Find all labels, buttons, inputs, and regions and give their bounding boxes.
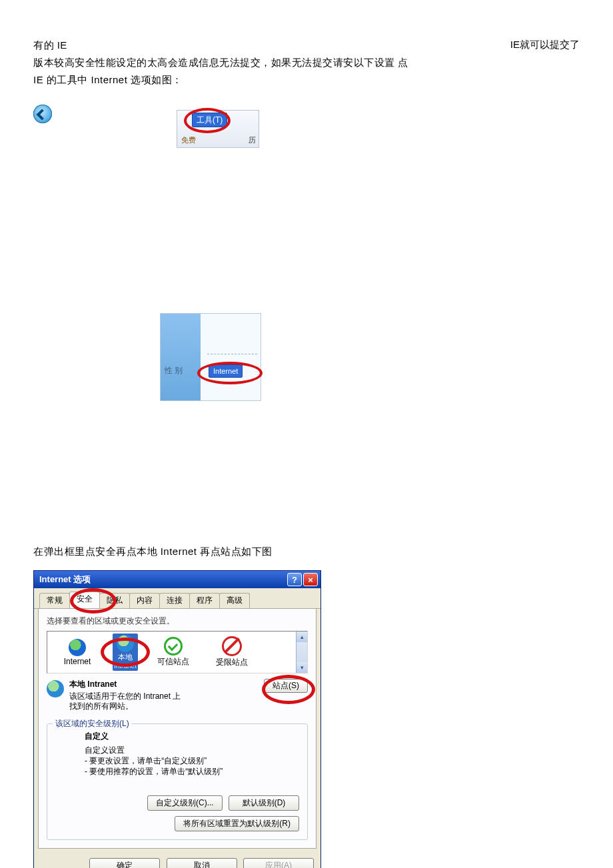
dialog-button-row: 确定 取消 应用(A) — [34, 853, 320, 868]
zone-internet[interactable]: Internet — [54, 639, 101, 666]
intro-line3: IE 的工具中 Internet 选项如图： — [33, 71, 580, 89]
zone-description: 本地 Intranet 该区域适用于在您的 Intranet 上 找到的所有网站… — [47, 679, 308, 711]
level-line3: - 要使用推荐的设置，请单击“默认级别” — [85, 766, 299, 777]
zone-list[interactable]: Internet 本地 Intranet 可信站点 受限站点 ▴ ▾ — [47, 631, 308, 673]
zone-desc-line1: 该区域适用于在您的 Intranet 上 — [69, 691, 308, 701]
level-line1: 自定义设置 — [85, 745, 299, 755]
scroll-up-button[interactable]: ▴ — [297, 632, 307, 642]
tab-programs[interactable]: 程序 — [189, 593, 220, 608]
default-level-button[interactable]: 默认级别(D) — [229, 795, 299, 811]
sites-button[interactable]: 站点(S) — [264, 679, 308, 693]
globe-icon — [69, 639, 86, 656]
dialog-titlebar: Internet 选项 ? × — [34, 571, 320, 588]
tab-advanced[interactable]: 高级 — [219, 593, 250, 608]
local-intranet-icon — [47, 680, 64, 697]
apply-button[interactable]: 应用(A) — [243, 858, 314, 868]
cancel-button[interactable]: 取消 — [167, 858, 237, 868]
zone-internet-label: Internet — [54, 657, 101, 666]
group-legend: 该区域的安全级别(L) — [53, 718, 132, 729]
zone-local-intranet[interactable]: 本地 Intranet — [113, 634, 138, 671]
toolbar-free-label: 免费 — [181, 136, 196, 144]
intro-line2: 版本较高安全性能设定的太高会造成信息无法提交，如果无法提交请安以下设置 点 — [33, 54, 580, 71]
level-line2: - 要更改设置，请单击“自定义级别” — [85, 755, 299, 766]
zone-restricted[interactable]: 受限站点 — [209, 636, 255, 668]
dialog-tabs: 常规 安全 隐私 内容 连接 程序 高级 — [34, 588, 320, 609]
zone-restricted-label: 受限站点 — [209, 657, 255, 668]
zone-local-sublabel: Intranet — [114, 662, 137, 669]
level-title: 自定义 — [85, 731, 299, 742]
zone-desc-line2: 找到的所有网站。 — [69, 701, 308, 711]
titlebar-help-button[interactable]: ? — [287, 573, 302, 586]
toolbar-screenshot: 工具(T) 免费 历 — [177, 110, 259, 148]
zone-scrollbar[interactable]: ▴ ▾ — [296, 632, 307, 673]
tab-general[interactable]: 常规 — [39, 593, 70, 608]
tab-content[interactable]: 内容 — [129, 593, 160, 608]
titlebar-close-button[interactable]: × — [303, 573, 318, 586]
paragraph-2: 在弹出框里点安全再点本地 Internet 再点站点如下图 — [33, 543, 580, 560]
note-right: IE就可以提交了 — [510, 39, 580, 51]
reset-all-button[interactable]: 将所有区域重置为默认级别(R) — [175, 816, 299, 831]
internet-options-dialog: Internet 选项 ? × 常规 安全 隐私 内容 连接 程序 高级 选择要… — [33, 570, 321, 868]
submenu-screenshot: 性 别 Internet — [160, 313, 261, 401]
tab-connections[interactable]: 连接 — [159, 593, 190, 608]
scroll-down-button[interactable]: ▾ — [297, 662, 307, 673]
submenu-left-label: 性 别 — [165, 365, 183, 376]
trusted-icon — [164, 637, 183, 655]
internet-options-menu-item[interactable]: Internet — [209, 364, 243, 378]
ok-button[interactable]: 确定 — [89, 858, 160, 868]
restricted-icon — [222, 636, 242, 656]
custom-level-button[interactable]: 自定义级别(C)... — [147, 795, 223, 811]
tools-menu-button[interactable]: 工具(T) — [192, 113, 227, 127]
dialog-title: Internet 选项 — [39, 574, 91, 586]
zone-trusted-label: 可信站点 — [150, 656, 197, 667]
intro-paragraph: 有的 IE 版本较高安全性能设定的太高会造成信息无法提交，如果无法提交请安以下设… — [33, 37, 580, 89]
intro-line1: 有的 IE — [33, 37, 580, 54]
ie-back-icon — [33, 105, 52, 123]
tab-privacy[interactable]: 隐私 — [99, 593, 130, 608]
tab-panel-security: 选择要查看的区域或更改安全设置。 Internet 本地 Intranet 可信… — [38, 609, 316, 849]
local-intranet-icon — [117, 635, 134, 652]
security-level-group: 该区域的安全级别(L) 自定义 自定义设置 - 要更改设置，请单击“自定义级别”… — [47, 723, 308, 840]
toolbar-history-label: 历 — [249, 133, 256, 147]
zone-instruction: 选择要查看的区域或更改安全设置。 — [47, 616, 308, 627]
tab-security[interactable]: 安全 — [69, 592, 100, 608]
zone-trusted[interactable]: 可信站点 — [150, 637, 197, 667]
zone-local-label: 本地 — [114, 652, 137, 662]
